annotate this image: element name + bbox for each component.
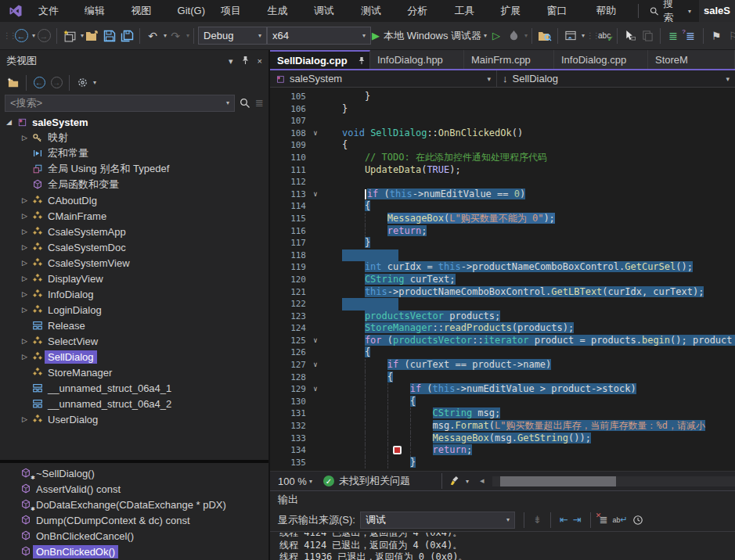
open-file-button[interactable]	[84, 26, 101, 46]
fold-collapse-icon[interactable]: ∨	[306, 127, 325, 140]
code-line-123[interactable]: 123productsVector products;	[270, 311, 735, 323]
collapsed-arrow-icon[interactable]: ▷	[19, 290, 31, 298]
start-debugging-button[interactable]: ▶ 本地 Windows 调试器 ▾	[371, 26, 488, 46]
save-all-button[interactable]	[118, 26, 135, 46]
settings-dropdown-icon[interactable]: ▾	[93, 79, 96, 86]
tab-InfoDialog.hpp[interactable]: InfoDialog.hpp	[370, 50, 464, 69]
member-item-OnBnClickedCancel()[interactable]: OnBnClickedCancel()	[0, 528, 268, 544]
line-number[interactable]: 131	[270, 407, 306, 420]
line-number[interactable]: 113	[270, 188, 306, 201]
menu-item-8[interactable]: 分析(N)	[399, 0, 446, 22]
tree-item-宏和常量[interactable]: 宏和常量	[0, 145, 268, 161]
line-number[interactable]: 116	[270, 225, 306, 238]
code-line-118[interactable]: 118	[270, 249, 735, 262]
word-wrap-button[interactable]: ab↵	[613, 515, 628, 525]
output-text-area[interactable]: 线程 4124 已退出，返回值为 4 (0x4)。线程 4124 已退出，返回值…	[270, 533, 735, 560]
fold-collapse-icon[interactable]: ∨	[306, 383, 325, 396]
copy-button[interactable]	[639, 26, 656, 46]
code-line-135[interactable]: 135}	[270, 457, 735, 469]
line-number[interactable]: 121	[270, 286, 306, 299]
collapsed-arrow-icon[interactable]: ▷	[19, 212, 31, 220]
line-number[interactable]: 119	[270, 261, 306, 274]
code-line-126[interactable]: 126{	[270, 346, 735, 359]
toolbar-grip[interactable]: ⋮⋮	[586, 31, 594, 40]
new-project-button[interactable]	[61, 26, 78, 46]
code-line-122[interactable]: 122	[270, 298, 735, 311]
member-item-AssertValid() const[interactable]: AssertValid() const	[0, 481, 268, 497]
code-line-114[interactable]: 114{	[270, 200, 735, 213]
menu-item-5[interactable]: 生成(B)	[259, 0, 305, 22]
settings-button[interactable]	[74, 73, 91, 93]
line-number[interactable]: 106	[270, 103, 306, 116]
tree-item-saleSystem[interactable]: ◢saleSystem	[0, 114, 268, 130]
code-line-124[interactable]: 124StoreManager::readProducts(products);	[270, 322, 735, 335]
collapsed-arrow-icon[interactable]: ▷	[19, 259, 31, 267]
code-line-133[interactable]: 133MessageBox(msg.GetString());	[270, 433, 735, 445]
menu-item-2[interactable]: 视图(V)	[123, 0, 169, 22]
profiler-button[interactable]	[505, 26, 522, 46]
horizontal-scrollbar[interactable]: ◂	[480, 472, 735, 491]
line-number[interactable]: 135	[270, 457, 306, 469]
menu-item-12[interactable]: 帮助(H)	[588, 0, 635, 22]
expanded-arrow-icon[interactable]: ◢	[3, 118, 15, 126]
tree-item-SelectView[interactable]: ▷SelectView	[0, 333, 268, 349]
code-line-106[interactable]: 106}	[270, 103, 735, 116]
line-number[interactable]: 110	[270, 152, 306, 164]
code-line-121[interactable]: 121this->productNameComboBoxControl.GetL…	[270, 286, 735, 299]
code-line-129[interactable]: 129∨if (this->numEditValue > product->st…	[270, 383, 735, 396]
select-mode-button[interactable]	[622, 26, 639, 46]
tree-item-SellDialog[interactable]: ▷SellDialog	[0, 349, 268, 364]
tab-InfoDialog.cpp[interactable]: InfoDialog.cpp	[554, 50, 648, 69]
code-line-130[interactable]: 130{	[270, 396, 735, 408]
code-line-134[interactable]: 134return;	[270, 444, 735, 457]
indent-lines-button[interactable]: ≣	[665, 26, 682, 46]
code-line-105[interactable]: 105}	[270, 91, 735, 103]
message-level-icon[interactable]: ⇟	[533, 514, 542, 526]
window-layout-button[interactable]	[562, 26, 579, 46]
line-number[interactable]: 105	[270, 91, 306, 103]
line-number[interactable]: 133	[270, 433, 306, 445]
collapsed-arrow-icon[interactable]: ▷	[19, 275, 31, 282]
tree-item-映射[interactable]: ▷映射	[0, 130, 268, 145]
code-line-120[interactable]: 120CString curText;	[270, 274, 735, 286]
member-dropdown[interactable]: ↓ SellDialog ▾	[497, 70, 735, 87]
line-number[interactable]: 125	[270, 335, 306, 347]
code-line-109[interactable]: 109{	[270, 139, 735, 152]
line-number[interactable]: 111	[270, 164, 306, 177]
undo-button[interactable]: ↶	[144, 26, 161, 46]
pin-icon[interactable]	[358, 56, 366, 65]
collapsed-arrow-icon[interactable]: ▷	[19, 353, 31, 361]
tree-item-__unnamed_struct_06a4_1[interactable]: __unnamed_struct_06a4_1	[0, 380, 268, 396]
window-layout-dropdown-icon[interactable]: ▾	[582, 32, 585, 39]
project-dropdown[interactable]: saleSystem ▾	[270, 70, 497, 87]
search-icon[interactable]	[240, 98, 250, 109]
collapsed-arrow-icon[interactable]: ▷	[19, 337, 31, 345]
code-line-112[interactable]: 112	[270, 176, 735, 188]
fold-collapse-icon[interactable]: ∨	[306, 335, 325, 347]
forward-button[interactable]: →	[48, 73, 65, 93]
tree-item-Release[interactable]: Release	[0, 318, 268, 333]
menu-item-10[interactable]: 扩展(X)	[492, 0, 539, 22]
line-number[interactable]: 122	[270, 298, 306, 311]
code-line-132[interactable]: 132msg.Format(L"购买数量超出库存，当前库存数量：%d，请减小	[270, 420, 735, 433]
comment-lines-button[interactable]: ≣?	[682, 26, 699, 46]
clear-all-button[interactable]: ≣✕	[600, 514, 608, 526]
member-item-DoDataExchange(CDataExchange * pDX)[interactable]: ✱DoDataExchange(CDataExchange * pDX)	[0, 497, 268, 512]
search-input[interactable]: <搜索> ▾	[5, 95, 235, 112]
scrollbar-thumb[interactable]	[500, 476, 616, 486]
redo-button[interactable]: ↷	[167, 26, 184, 46]
tab-StoreM[interactable]: StoreM	[648, 50, 735, 69]
start-without-debugging-button[interactable]: ▷	[488, 26, 505, 46]
collapsed-arrow-icon[interactable]: ▷	[19, 134, 31, 142]
line-number[interactable]: 112	[270, 176, 306, 188]
toggle-bookmark-button[interactable]: ⚑	[708, 26, 725, 46]
line-number[interactable]: 123	[270, 311, 306, 323]
line-number[interactable]: 128	[270, 372, 306, 384]
menu-item-9[interactable]: 工具(T)	[446, 0, 492, 22]
tab-SellDialog.cpp[interactable]: SellDialog.cpp×	[270, 50, 370, 69]
line-number[interactable]: 114	[270, 200, 306, 213]
menu-item-3[interactable]: Git(G)	[170, 0, 213, 22]
member-item-Dump(CDumpContext & dc) const[interactable]: Dump(CDumpContext & dc) const	[0, 512, 268, 528]
scroll-left-icon[interactable]: ◂	[480, 476, 485, 486]
line-number[interactable]: 124	[270, 322, 306, 335]
